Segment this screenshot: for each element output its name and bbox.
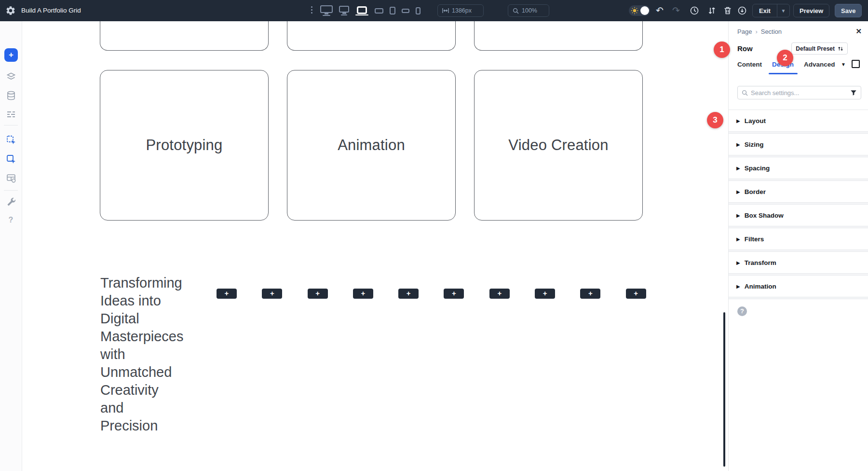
magnifier-icon [513, 8, 519, 14]
device-laptop-icon-active[interactable] [355, 6, 368, 15]
viewport-width-value: 1386px [452, 7, 472, 14]
device-tablet-landscape-icon[interactable] [375, 8, 383, 14]
save-button[interactable]: Save [835, 4, 862, 17]
breadcrumb-separator: › [755, 28, 757, 35]
search-icon [742, 90, 748, 96]
global-settings-grid-icon[interactable] [5, 172, 17, 184]
redo-icon[interactable]: ↷ [671, 6, 681, 15]
zoom-level-value: 100% [522, 7, 537, 14]
page-title: Build A Portfolio Grid [21, 0, 81, 21]
caret-right-icon: ▶ [736, 118, 740, 124]
toggle-knob [640, 6, 649, 15]
device-phone-landscape-icon[interactable] [402, 9, 409, 13]
selected-element-title: Row [737, 44, 753, 53]
settings-panel: Page › Section ✕ Row Default Preset Cont… [728, 21, 868, 471]
viewport-width-input[interactable]: 1386px [437, 4, 484, 17]
width-arrows-icon [442, 8, 449, 14]
canvas-heading-text[interactable]: Transforming Ideas into Digital Masterpi… [100, 274, 183, 435]
undo-icon[interactable]: ↶ [655, 6, 665, 15]
search-settings-input[interactable] [751, 89, 847, 97]
device-tablet-portrait-icon[interactable] [390, 7, 395, 14]
top-card-2[interactable] [287, 21, 456, 51]
card-label: Prototyping [146, 137, 222, 154]
add-column-button[interactable]: + [262, 289, 282, 299]
preview-button[interactable]: Preview [793, 4, 829, 17]
add-column-button[interactable]: + [353, 289, 373, 299]
kebab-menu-icon[interactable] [311, 6, 312, 14]
add-column-button[interactable]: + [444, 289, 464, 299]
structure-list-icon[interactable] [5, 109, 17, 120]
add-column-button[interactable]: + [308, 289, 328, 299]
power-update-icon[interactable] [737, 6, 747, 15]
default-preset-button[interactable]: Default Preset [791, 42, 848, 55]
device-desktop-large-icon[interactable] [320, 5, 333, 16]
panel-help-icon[interactable]: ? [737, 306, 747, 316]
add-column-button[interactable]: + [489, 289, 510, 299]
editor-canvas: Prototyping Animation Video Creation Tra… [22, 21, 728, 471]
caret-right-icon: ▶ [736, 236, 740, 242]
light-dark-toggle[interactable] [629, 5, 650, 16]
sidebar-help-icon[interactable]: ? [5, 214, 17, 226]
close-panel-icon[interactable]: ✕ [855, 27, 862, 36]
device-phone-portrait-icon[interactable] [416, 7, 420, 14]
settings-gear-icon[interactable] [5, 5, 16, 16]
caret-right-icon: ▶ [736, 166, 740, 171]
settings-search [737, 86, 861, 99]
exit-dropdown-chevron-icon[interactable]: ▼ [777, 8, 789, 14]
sort-arrows-icon[interactable] [707, 6, 717, 15]
card-animation[interactable]: Animation [287, 70, 456, 221]
database-icon[interactable] [5, 90, 17, 101]
accordion-animation[interactable]: ▶Animation [729, 276, 868, 297]
add-column-button[interactable]: + [580, 289, 600, 299]
accordion-sizing[interactable]: ▶Sizing [729, 134, 868, 155]
design-accordion: ▶Layout ▶Sizing ▶Spacing ▶Border ▶Box Sh… [729, 110, 868, 299]
preset-swap-icon [838, 46, 843, 52]
left-icon-sidebar: + ? [0, 21, 22, 471]
add-column-button[interactable]: + [626, 289, 646, 299]
accordion-layout[interactable]: ▶Layout [729, 110, 868, 131]
layers-icon[interactable] [5, 71, 17, 83]
breadcrumb-page[interactable]: Page [737, 28, 752, 35]
add-column-button[interactable]: + [398, 289, 419, 299]
caret-right-icon: ▶ [736, 213, 740, 218]
accordion-spacing[interactable]: ▶Spacing [729, 157, 868, 179]
accordion-box-shadow[interactable]: ▶Box Shadow [729, 205, 868, 226]
top-toolbar: Build A Portfolio Grid 1386px 100% ↶ ↷ [0, 0, 868, 21]
caret-right-icon: ▶ [736, 284, 740, 289]
add-column-button[interactable]: + [217, 289, 237, 299]
breakpoint-square-icon[interactable] [852, 60, 860, 68]
select-element-icon[interactable] [5, 153, 17, 165]
sun-icon [631, 7, 638, 14]
zoom-level-input[interactable]: 100% [508, 4, 549, 17]
tab-advanced[interactable]: Advanced [804, 61, 835, 68]
top-card-1[interactable] [100, 21, 269, 51]
canvas-scrollbar[interactable] [723, 312, 725, 467]
exit-label: Exit [753, 7, 777, 14]
add-column-button[interactable]: + [535, 289, 555, 299]
caret-right-icon: ▶ [736, 142, 740, 147]
card-video-creation[interactable]: Video Creation [474, 70, 643, 221]
accordion-transform[interactable]: ▶Transform [729, 252, 868, 273]
breadcrumb-section[interactable]: Section [761, 28, 782, 35]
card-label: Animation [338, 137, 405, 154]
accordion-filters[interactable]: ▶Filters [729, 228, 868, 249]
annotation-badge-3: 3 [707, 112, 723, 128]
device-switcher [320, 0, 420, 21]
add-element-button[interactable]: + [4, 48, 18, 62]
active-tab-underline [769, 73, 798, 74]
card-label: Video Creation [508, 137, 608, 154]
device-desktop-icon[interactable] [339, 6, 349, 15]
top-card-3[interactable] [474, 21, 643, 51]
selectable-mode-icon[interactable] [5, 134, 17, 146]
tabs-chevron-down-icon[interactable]: ▼ [841, 62, 846, 67]
tab-content[interactable]: Content [737, 61, 762, 68]
trash-icon[interactable] [723, 6, 732, 15]
annotation-badge-1: 1 [714, 42, 730, 58]
tools-wrench-icon[interactable] [5, 196, 17, 208]
accordion-border[interactable]: ▶Border [729, 181, 868, 202]
history-clock-icon[interactable] [690, 6, 699, 15]
caret-right-icon: ▶ [736, 189, 740, 194]
card-prototyping[interactable]: Prototyping [100, 70, 269, 221]
exit-button[interactable]: Exit ▼ [752, 4, 790, 17]
filter-funnel-icon[interactable] [850, 89, 857, 96]
